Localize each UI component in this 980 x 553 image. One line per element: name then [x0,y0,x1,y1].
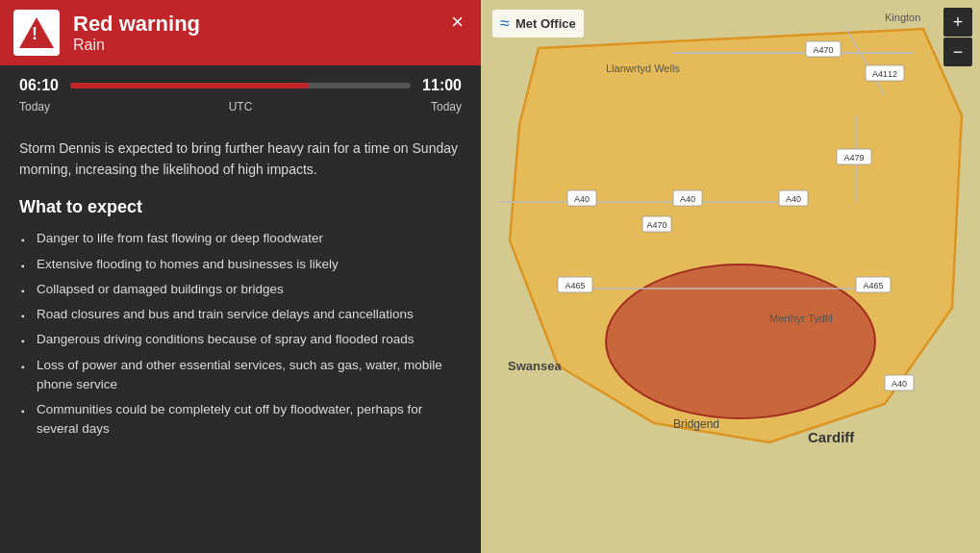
expect-list-item: Danger to life from fast flowing or deep… [19,229,462,248]
svg-text:Kington: Kington [885,12,920,23]
met-waves-icon: ≈ [500,13,510,34]
expect-list: Danger to life from fast flowing or deep… [19,229,462,439]
expect-list-item: Extensive flooding to homes and business… [19,255,462,274]
end-time: 11:00 [422,77,462,94]
svg-text:A4112: A4112 [872,69,897,79]
what-to-expect-heading: What to expect [19,197,462,217]
warning-level: Red warning [73,12,467,37]
end-day: Today [431,100,462,113]
utc-label: UTC [50,100,431,113]
svg-point-2 [606,264,875,418]
svg-rect-26 [779,190,808,206]
svg-rect-30 [856,277,891,292]
expect-list-item: Loss of power and other essential servic… [19,356,462,395]
svg-text:Bridgend: Bridgend [673,417,719,431]
expect-list-item: Dangerous driving conditions because of … [19,330,462,349]
svg-text:A40: A40 [680,194,695,204]
svg-text:Merthyr Tydfil: Merthyr Tydfil [769,313,833,324]
svg-rect-16 [806,41,841,57]
expect-list-item: Road closures and bus and train service … [19,305,462,324]
warning-type: Rain [73,37,467,54]
svg-text:A40: A40 [786,194,801,204]
start-day: Today [19,100,50,113]
time-progress-track [70,83,411,88]
close-button[interactable]: × [445,10,469,35]
warning-panel: Red warning Rain × 06:10 11:00 Today UTC… [0,0,481,553]
svg-text:Llanwrtyd Wells: Llanwrtyd Wells [606,63,680,74]
svg-text:A40: A40 [892,379,907,389]
zoom-out-button[interactable]: − [943,38,972,66]
svg-text:A465: A465 [863,281,883,290]
zoom-in-button[interactable]: + [943,8,972,37]
description-text: Storm Dennis is expected to bring furthe… [19,138,462,180]
svg-rect-28 [558,277,592,292]
svg-line-5 [846,29,885,96]
svg-text:A465: A465 [565,281,585,290]
expect-list-item: Collapsed or damaged buildings or bridge… [19,280,462,299]
svg-text:A40: A40 [574,194,590,204]
met-office-text: Met Office [515,16,576,31]
svg-rect-22 [567,190,596,206]
svg-rect-34 [885,375,914,390]
svg-marker-1 [510,29,962,442]
map-controls: + − [943,8,972,66]
warning-header: Red warning Rain × [0,0,481,65]
warning-icon [13,10,60,56]
time-bar: 06:10 11:00 Today UTC Today [0,65,481,121]
svg-rect-32 [642,216,671,232]
svg-text:A470: A470 [646,220,666,230]
svg-rect-20 [837,149,871,164]
triangle-icon [19,17,54,48]
svg-rect-18 [866,65,904,81]
map-panel: Kington Llanwrtyd Wells Merthyr Tydfil S… [481,0,980,553]
start-time: 06:10 [19,77,59,94]
svg-text:A479: A479 [843,153,864,163]
warning-title-block: Red warning Rain [73,12,467,54]
svg-rect-24 [673,190,702,206]
met-office-logo: ≈ Met Office [492,10,584,38]
svg-text:Cardiff: Cardiff [808,429,855,445]
expect-list-item: Communities could be completely cut off … [19,400,462,440]
panel-body: Storm Dennis is expected to bring furthe… [0,121,481,553]
svg-text:A470: A470 [813,45,833,55]
time-progress-fill [70,83,309,88]
svg-text:Swansea: Swansea [508,359,562,373]
svg-rect-0 [481,0,980,553]
